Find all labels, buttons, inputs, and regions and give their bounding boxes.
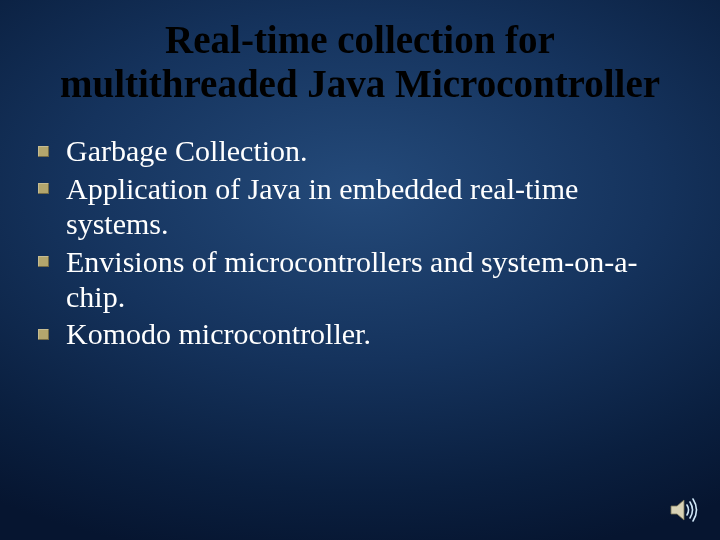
- slide-title: Real-time collection for multithreaded J…: [32, 18, 688, 105]
- list-item: Envisions of microcontrollers and system…: [32, 244, 688, 315]
- speaker-icon[interactable]: [670, 498, 698, 522]
- square-bullet-icon: [38, 256, 49, 267]
- title-line-1: Real-time collection for: [165, 18, 555, 61]
- title-line-2: multithreaded Java Microcontroller: [60, 62, 660, 105]
- square-bullet-icon: [38, 329, 49, 340]
- bullet-text: Garbage Collection.: [66, 134, 308, 167]
- slide-body: Garbage Collection. Application of Java …: [32, 133, 688, 351]
- bullet-text: Envisions of microcontrollers and system…: [66, 245, 638, 313]
- slide: Real-time collection for multithreaded J…: [0, 0, 720, 540]
- bullet-text: Komodo microcontroller.: [66, 317, 371, 350]
- list-item: Garbage Collection.: [32, 133, 688, 168]
- list-item: Komodo microcontroller.: [32, 316, 688, 351]
- list-item: Application of Java in embedded real-tim…: [32, 171, 688, 242]
- svg-marker-0: [671, 500, 684, 520]
- bullet-text: Application of Java in embedded real-tim…: [66, 172, 578, 240]
- square-bullet-icon: [38, 183, 49, 194]
- square-bullet-icon: [38, 146, 49, 157]
